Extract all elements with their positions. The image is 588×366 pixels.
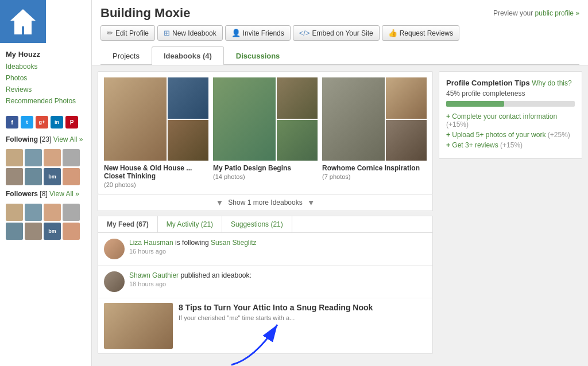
linkedin-icon[interactable]: in <box>51 116 63 129</box>
tip-2-link[interactable]: Upload 5+ photos of your work <box>452 131 546 139</box>
follower-avatar <box>44 204 61 221</box>
ideabook-3-thumb-2 <box>386 120 427 161</box>
followers-view-all[interactable]: View All » <box>49 190 79 198</box>
suggestions-label: Suggestions <box>231 220 269 228</box>
article-title[interactable]: 8 Tips to Turn Your Attic Into a Snug Re… <box>179 303 427 312</box>
feed-item-1-text: Liza Hausman is following Susan Stieglit… <box>129 239 427 255</box>
twitter-icon[interactable]: t <box>21 116 33 129</box>
ideabook-1-thumb-1 <box>168 77 208 119</box>
tab-ideabooks[interactable]: Ideabooks (4) <box>152 46 224 65</box>
main-panel: New House & Old House ... Closet Thinkin… <box>98 71 433 354</box>
facebook-icon[interactable]: f <box>6 116 18 129</box>
google-plus-icon[interactable]: g+ <box>36 116 48 129</box>
show-more-bar[interactable]: ▼ Show 1 more Ideabooks ▼ <box>98 194 433 211</box>
public-profile-link[interactable]: public profile » <box>535 9 579 17</box>
pinterest-icon[interactable]: P <box>65 116 78 129</box>
feed-item-2-action: Shawn Gauthier published an ideabook: <box>129 271 427 279</box>
my-activity-label: My Activity <box>167 220 199 228</box>
my-feed-label: My Feed <box>107 220 134 228</box>
tip-item-2: + Upload 5+ photos of your work (+25%) <box>446 131 575 139</box>
follower-avatar <box>25 204 42 221</box>
article-text: 8 Tips to Turn Your Attic Into a Snug Re… <box>179 303 427 349</box>
feed-item-1-time: 16 hours ago <box>129 248 427 255</box>
liza-avatar <box>104 239 125 259</box>
ideabook-2-title: My Patio Design Begins <box>213 164 318 172</box>
follower-avatar <box>63 204 80 221</box>
feed-item-2: Shawn Gauthier published an ideabook: 18… <box>98 266 432 298</box>
tab-projects[interactable]: Projects <box>100 46 152 65</box>
sidebar-item-recommended-photos[interactable]: Recommended Photos <box>0 95 91 107</box>
feed-content: Liza Hausman is following Susan Stieglit… <box>98 233 432 353</box>
followers-count: [8] <box>40 190 47 198</box>
tip-1-plus: + <box>446 112 450 120</box>
ideabook-3-title: Rowhome Cornice Inspiration <box>322 164 427 172</box>
invite-friends-button[interactable]: 👤 Invite Friends <box>225 25 291 41</box>
feed-tab-my-feed[interactable]: My Feed (67) <box>98 216 158 232</box>
following-view-all[interactable]: View All » <box>53 135 83 143</box>
following-avatar <box>25 149 42 166</box>
ideabook-2-images <box>213 77 318 161</box>
tip-2-plus: + <box>446 131 450 139</box>
sidebar-item-photos[interactable]: Photos <box>0 72 91 84</box>
edit-profile-label: Edit Profile <box>115 29 149 37</box>
followers-label: Followers <box>6 190 38 198</box>
feed-tab-my-activity[interactable]: My Activity (21) <box>158 216 222 232</box>
arrow-left-icon: ▼ <box>215 198 223 207</box>
feed-item-2-verb: published an ideabook: <box>180 271 251 279</box>
pencil-icon: ✏ <box>107 29 113 37</box>
sidebar-item-my-houzz[interactable]: My Houzz <box>0 48 91 61</box>
my-activity-count: (21) <box>201 220 213 228</box>
invite-friends-label: Invite Friends <box>243 29 284 37</box>
ideabook-card-1[interactable]: New House & Old House ... Closet Thinkin… <box>104 77 208 188</box>
feed-item-2-time: 18 hours ago <box>129 281 427 287</box>
show-more-label: Show 1 more Ideabooks <box>228 198 302 207</box>
following-label: Following <box>6 135 38 143</box>
ideabook-1-images <box>104 77 208 161</box>
tip-1-link[interactable]: Complete your contact information <box>452 112 557 120</box>
progress-bar-background <box>446 101 575 107</box>
sidebar-item-reviews[interactable]: Reviews <box>0 84 91 95</box>
book-icon: ⊞ <box>164 29 170 37</box>
logo[interactable] <box>0 0 46 43</box>
new-ideabook-button[interactable]: ⊞ New Ideabook <box>157 25 223 41</box>
request-reviews-button[interactable]: 👍 Request Reviews <box>382 25 459 41</box>
followers-section: Followers [8] View All » <box>0 189 91 200</box>
ideabook-1-count: (20 photos) <box>104 181 208 188</box>
thumbs-up-icon: 👍 <box>388 29 397 37</box>
edit-profile-button[interactable]: ✏ Edit Profile <box>100 25 155 41</box>
ideabook-2-thumb-1 <box>277 77 318 119</box>
tip-item-3: + Get 3+ reviews (+15%) <box>446 141 575 149</box>
why-link[interactable]: Why do this? <box>532 79 571 87</box>
request-reviews-label: Request Reviews <box>400 29 453 37</box>
following-avatar <box>44 149 61 166</box>
friends-icon: 👤 <box>231 29 241 37</box>
embed-button[interactable]: </> Embed on Your Site <box>293 25 380 41</box>
tip-3-amount: (+15%) <box>500 141 523 149</box>
feed-item-2-text: Shawn Gauthier published an ideabook: 18… <box>129 271 427 287</box>
tab-discussions[interactable]: Discussions <box>224 46 292 65</box>
ideabook-card-2[interactable]: My Patio Design Begins (14 photos) <box>213 77 318 188</box>
liza-link[interactable]: Liza Hausman <box>129 239 173 247</box>
ideabook-card-3[interactable]: Rowhome Cornice Inspiration (7 photos) <box>322 77 427 188</box>
sidebar: My Houzz Ideabooks Photos Reviews Recomm… <box>0 0 92 366</box>
content-wrapper: New House & Old House ... Closet Thinkin… <box>92 65 588 360</box>
tip-1-amount: (+15%) <box>446 120 469 129</box>
tips-title-text: Profile Completion Tips <box>446 79 530 87</box>
tip-3-plus: + <box>446 141 450 149</box>
susan-link[interactable]: Susan Stieglitz <box>211 239 256 247</box>
tip-3-link[interactable]: Get 3+ reviews <box>452 141 498 149</box>
following-section: Following [23] View All » <box>0 133 91 146</box>
feed-item-1: Liza Hausman is following Susan Stieglit… <box>98 233 432 266</box>
ideabook-3-thumb-1 <box>386 77 427 119</box>
ideabook-3-images <box>322 77 427 161</box>
shawn-link[interactable]: Shawn Gauthier <box>129 271 179 279</box>
following-avatar: bm <box>44 168 61 185</box>
follower-avatar <box>63 223 80 240</box>
follower-avatar <box>25 223 42 240</box>
following-count: [23] <box>40 135 51 143</box>
preview-text: Preview your <box>493 9 533 17</box>
follower-avatar <box>6 204 23 221</box>
side-panel: Profile Completion Tips Why do this? 45%… <box>439 71 582 354</box>
feed-tab-suggestions[interactable]: Suggestions (21) <box>222 216 292 232</box>
sidebar-item-ideabooks[interactable]: Ideabooks <box>0 61 91 72</box>
